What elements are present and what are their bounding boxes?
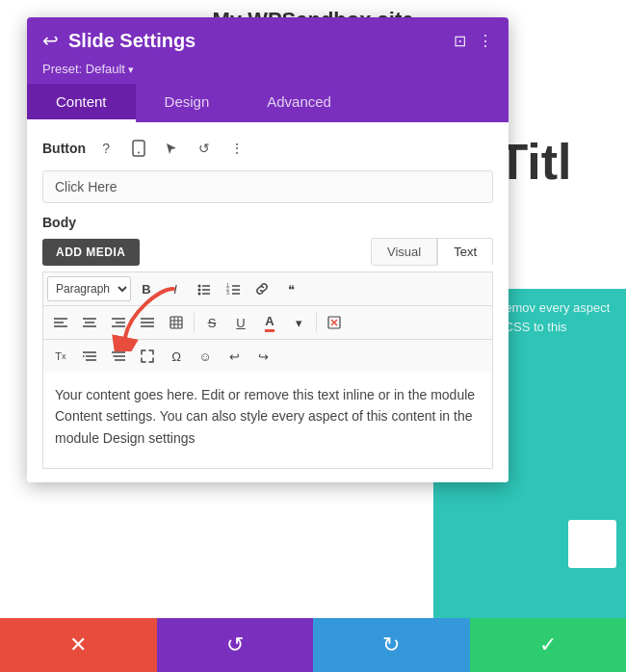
tab-design[interactable]: Design <box>136 84 239 122</box>
more-icon-btn[interactable]: ⋮ <box>224 136 249 161</box>
svg-text:3.: 3. <box>226 290 230 296</box>
undo-toolbar-button[interactable]: ↩ <box>221 344 248 369</box>
toolbar-divider-2 <box>316 313 317 332</box>
preset-label[interactable]: Preset: Default <box>42 62 493 84</box>
visual-tab[interactable]: Visual <box>371 238 437 266</box>
panel-header-left: ↩ Slide Settings <box>42 29 196 52</box>
toolbar-row-1: Paragraph Heading 1 Heading 2 B I 1.2.3.… <box>42 271 493 305</box>
visual-text-tabs: Visual Text <box>371 238 493 266</box>
confirm-button[interactable]: ✓ <box>470 618 627 672</box>
ordered-list-button[interactable]: 1.2.3. <box>220 276 247 301</box>
toolbar-row-3: Tx Ω ☺ ↩ ↪ <box>42 339 493 373</box>
text-tab[interactable]: Text <box>437 238 493 266</box>
undo-icon[interactable]: ↺ <box>192 136 217 161</box>
panel-header: ↩ Slide Settings ⊡ ⋮ Preset: Default <box>27 17 509 84</box>
add-media-button[interactable]: ADD MEDIA <box>42 239 140 266</box>
tabs-container: Content Design Advanced <box>27 84 509 122</box>
clear-format-button[interactable] <box>321 310 348 335</box>
white-button-bg <box>568 520 616 568</box>
link-button[interactable] <box>248 276 275 301</box>
redo-button[interactable]: ↻ <box>313 618 470 672</box>
editor-top-row: ADD MEDIA Visual Text <box>42 238 493 266</box>
align-center-button[interactable] <box>76 310 103 335</box>
text-color-button[interactable]: A <box>256 310 283 335</box>
align-left-button[interactable] <box>47 310 74 335</box>
align-right-button[interactable] <box>105 310 132 335</box>
align-justify-button[interactable] <box>134 310 161 335</box>
help-icon[interactable]: ? <box>93 136 118 161</box>
toolbar-row-2: S U A ▾ <box>42 305 493 339</box>
svg-point-4 <box>198 293 201 296</box>
button-section-row: Button ? ↺ ⋮ <box>42 136 493 161</box>
emoji-button[interactable]: ☺ <box>192 344 219 369</box>
special-char-button[interactable]: Ω <box>163 344 190 369</box>
back-icon[interactable]: ↩ <box>42 29 59 52</box>
mobile-icon[interactable] <box>126 136 151 161</box>
panel-body: Button ? ↺ ⋮ Body ADD MEDIA Visual Text <box>27 122 509 482</box>
panel-header-top: ↩ Slide Settings ⊡ ⋮ <box>42 29 493 62</box>
button-section-label: Button <box>42 141 86 156</box>
panel-header-right: ⊡ ⋮ <box>454 32 493 50</box>
cancel-button[interactable]: ✕ <box>0 618 157 672</box>
text-color-arrow[interactable]: ▾ <box>285 310 312 335</box>
svg-rect-26 <box>170 317 182 328</box>
blockquote-button[interactable]: ❝ <box>277 276 304 301</box>
tab-content[interactable]: Content <box>27 84 136 122</box>
screenshot-icon[interactable]: ⊡ <box>454 32 466 50</box>
subscript-button[interactable]: Tx <box>47 344 74 369</box>
cursor-select-icon[interactable] <box>159 136 184 161</box>
svg-point-3 <box>198 289 201 292</box>
editor-content-area[interactable]: Your content goes here. Edit or remove t… <box>42 373 493 469</box>
paragraph-select[interactable]: Paragraph Heading 1 Heading 2 <box>47 276 131 301</box>
bold-button[interactable]: B <box>133 276 160 301</box>
slide-settings-panel: ↩ Slide Settings ⊡ ⋮ Preset: Default Con… <box>27 17 509 482</box>
undo-button[interactable]: ↺ <box>157 618 314 672</box>
more-options-icon[interactable]: ⋮ <box>478 32 493 50</box>
strikethrough-button[interactable]: S <box>198 310 225 335</box>
tab-advanced[interactable]: Advanced <box>238 84 360 122</box>
svg-rect-0 <box>133 141 144 156</box>
italic-button[interactable]: I <box>162 276 189 301</box>
outdent-button[interactable] <box>105 344 132 369</box>
svg-point-2 <box>198 285 201 288</box>
fullscreen-button[interactable] <box>134 344 161 369</box>
panel-title: Slide Settings <box>68 30 196 52</box>
button-input-field[interactable] <box>42 170 493 203</box>
indent-button[interactable] <box>76 344 103 369</box>
body-section-label: Body <box>42 215 493 230</box>
table-button[interactable] <box>163 310 190 335</box>
toolbar-divider-1 <box>194 313 195 332</box>
unordered-list-button[interactable] <box>191 276 218 301</box>
redo-toolbar-button[interactable]: ↪ <box>249 344 276 369</box>
underline-button[interactable]: U <box>227 310 254 335</box>
bottom-action-bar: ✕ ↺ ↻ ✓ <box>0 618 626 672</box>
